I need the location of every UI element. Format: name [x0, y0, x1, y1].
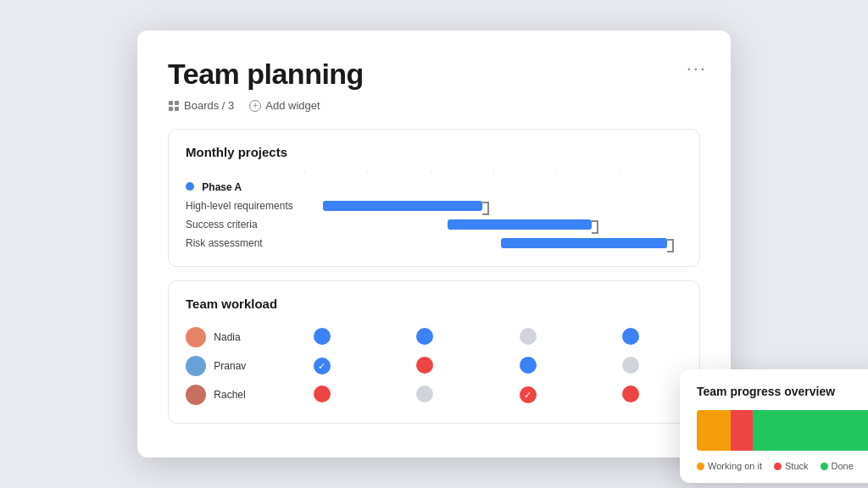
gantt-bar-container	[304, 236, 682, 250]
workload-dot-cell	[374, 352, 477, 380]
workload-dot-cell	[476, 352, 580, 380]
progress-legend: Working on it Stuck Done	[697, 461, 868, 471]
avatar-pranav	[186, 356, 206, 376]
progress-card-title: Team progress overview	[697, 385, 868, 398]
gantt-col-6	[620, 171, 682, 175]
gantt-bar-container	[304, 218, 682, 231]
workload-dot-cell: ✓	[270, 352, 374, 380]
member-name-rachel: Rachel	[214, 389, 245, 401]
team-workload-card: Team workload Nadia	[168, 280, 700, 424]
dot-blue	[622, 328, 639, 345]
avatar-rachel	[186, 385, 206, 405]
gantt-col-3	[431, 171, 493, 175]
gantt-phase-label: Phase A	[186, 178, 304, 197]
gantt-bracket-bottom	[667, 244, 674, 252]
workload-dot-cell	[270, 380, 374, 409]
phase-dot	[186, 182, 194, 191]
legend-item-stuck: Stuck	[774, 461, 809, 471]
svg-rect-3	[175, 107, 179, 111]
add-widget-button[interactable]: + Add widget	[249, 99, 320, 112]
member-name-pranav: Pranav	[214, 360, 246, 372]
legend-label-working: Working on it	[708, 461, 762, 471]
svg-rect-2	[169, 107, 173, 111]
dot-blue	[520, 357, 537, 374]
progress-card-inner: Team progress overview ▶	[697, 385, 868, 398]
avatar-nadia	[186, 327, 206, 347]
phase-name: Phase A	[202, 181, 242, 193]
legend-dot-done	[821, 463, 828, 470]
gantt-bracket-bottom	[482, 207, 489, 215]
dot-blue-check: ✓	[314, 358, 331, 374]
workload-dot-cell	[374, 323, 477, 352]
gantt-col-4	[493, 171, 556, 175]
progress-card: Team progress overview ▶ Working on it S…	[680, 369, 868, 483]
team-workload-title: Team workload	[186, 297, 682, 311]
legend-label-stuck: Stuck	[785, 461, 809, 471]
gantt-bar-cell	[304, 215, 682, 234]
dot-red-check: ✓	[520, 386, 537, 403]
workload-dot-cell	[374, 380, 477, 409]
more-options-button[interactable]: ···	[687, 58, 707, 80]
legend-dot-working	[697, 463, 704, 470]
table-row: Success criteria	[186, 215, 682, 234]
bar-done	[753, 410, 868, 451]
dot-gray	[416, 385, 433, 402]
gantt-bar	[323, 201, 481, 211]
stacked-bar	[697, 410, 868, 451]
dot-red	[314, 385, 331, 402]
boards-label: Boards / 3	[184, 99, 234, 112]
workload-dot-cell	[580, 323, 683, 352]
gantt-bar	[501, 238, 667, 248]
gantt-bar-cell	[304, 197, 682, 215]
member-name-nadia: Nadia	[214, 331, 240, 343]
workload-dot-cell	[476, 323, 580, 352]
gantt-bar-container	[304, 180, 682, 194]
gantt-row-label: High-level requirements	[186, 197, 304, 215]
bar-stuck	[731, 410, 753, 451]
table-row: High-level requirements	[186, 197, 682, 215]
gantt-col-headers	[304, 171, 682, 175]
workload-dot-cell	[580, 352, 683, 380]
member-cell: Rachel	[186, 380, 270, 409]
table-row: Rachel ✓	[186, 380, 682, 409]
svg-rect-1	[175, 101, 179, 105]
dot-red	[416, 357, 433, 374]
svg-rect-0	[169, 101, 173, 105]
gantt-bar-container	[304, 199, 682, 213]
member-cell: Nadia	[186, 323, 270, 352]
table-row: Phase A	[186, 178, 682, 197]
table-row: Nadia	[186, 323, 682, 352]
legend-dot-stuck	[774, 463, 782, 470]
legend-item-working: Working on it	[697, 461, 762, 471]
workload-dot-cell	[270, 323, 374, 352]
legend-item-done: Done	[821, 461, 854, 471]
page-title: Team planning	[168, 58, 700, 91]
workload-dot-cell: ✓	[476, 380, 580, 409]
boards-icon	[168, 100, 180, 112]
workload-dot-cell	[580, 380, 683, 409]
main-window: ··· Team planning Boards / 3 + Add widge…	[137, 30, 731, 458]
dot-blue	[314, 328, 331, 345]
dot-gray	[520, 328, 537, 345]
gantt-bar	[448, 219, 591, 230]
gantt-col-2	[367, 171, 430, 175]
add-icon: +	[249, 100, 261, 112]
table-row: Risk assessment	[186, 234, 682, 252]
boards-nav[interactable]: Boards / 3	[168, 99, 234, 112]
table-row: Pranav ✓	[186, 352, 682, 380]
gantt-row-label: Success criteria	[186, 215, 304, 234]
dot-blue	[416, 328, 433, 345]
gantt-col-5	[556, 171, 619, 175]
gantt-row-label: Risk assessment	[186, 234, 304, 252]
gantt-table: Phase A High-level requirements	[186, 178, 682, 252]
gantt-col-1	[304, 171, 367, 175]
legend-label-done: Done	[832, 461, 854, 471]
toolbar: Boards / 3 + Add widget	[168, 99, 700, 112]
dot-red	[622, 385, 639, 402]
add-widget-label: Add widget	[265, 99, 320, 112]
gantt-bracket-bottom	[592, 225, 598, 234]
workload-table: Nadia Pranav ✓	[186, 323, 682, 409]
gantt-bar-cell	[304, 178, 682, 197]
bar-working-on-it	[697, 410, 731, 451]
member-cell: Pranav	[186, 352, 270, 380]
